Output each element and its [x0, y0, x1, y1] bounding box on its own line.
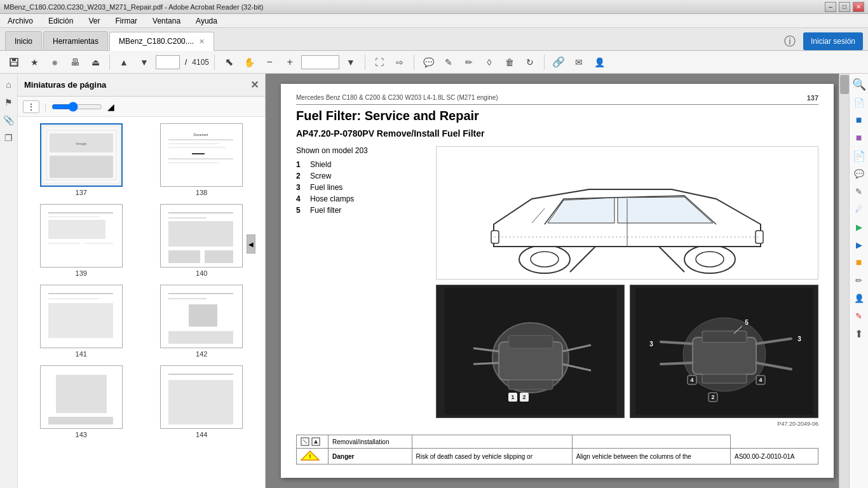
thumbnail-item-138[interactable]: Document 138 [160, 123, 243, 196]
tab-document[interactable]: MBenz_C180.C200.... ✕ [109, 32, 214, 51]
thumb-142[interactable] [160, 285, 243, 348]
thumb-size-slider[interactable] [51, 102, 102, 112]
panel-controls: ⋮ | ◢ [18, 97, 265, 117]
thumb-137[interactable]: Image [40, 123, 123, 187]
menu-firmar[interactable]: Firmar [112, 15, 140, 27]
paperclip-side-icon[interactable]: 📎 [2, 113, 16, 127]
stamp-tool[interactable]: ◊ [480, 53, 498, 71]
panel-collapse-button[interactable]: ◀ [247, 234, 255, 254]
tools-right-6[interactable]: ✎ [851, 183, 867, 200]
svg-text:5: 5 [745, 319, 749, 326]
panel-expand-btn[interactable]: ◢ [107, 102, 114, 112]
next-page-button[interactable]: ▼ [135, 53, 153, 71]
print-button[interactable]: 🖶 [66, 53, 84, 71]
tools-right-3[interactable]: ■ [851, 130, 867, 146]
save-button[interactable] [5, 53, 23, 71]
thumbnail-item-142[interactable]: 142 [160, 285, 243, 358]
send-email[interactable]: ✉ [570, 53, 588, 71]
prev-page-button[interactable]: ▲ [115, 53, 133, 71]
panel-close-button[interactable]: ✕ [250, 79, 259, 91]
undo-tool[interactable]: ↻ [521, 53, 539, 71]
zoom-out-btn[interactable]: − [261, 53, 278, 71]
tools-right-pencil[interactable]: ✎ [851, 308, 867, 324]
minimize-button[interactable]: – [825, 2, 836, 12]
svg-rect-12 [168, 147, 226, 148]
menu-ayuda[interactable]: Ayuda [193, 15, 220, 27]
delete-tool[interactable]: 🗑 [501, 53, 519, 71]
thumbnail-item-141[interactable]: 141 [40, 285, 123, 358]
menu-archivo[interactable]: Archivo [5, 15, 36, 27]
svg-text:3: 3 [649, 341, 653, 348]
bookmark-button[interactable]: ★ [25, 53, 43, 71]
tools-right-9[interactable]: ▶ [851, 236, 867, 253]
cursor-tool[interactable]: ⬉ [220, 53, 238, 71]
svg-rect-34 [168, 298, 207, 299]
zoom-input[interactable]: 96,3% [301, 55, 339, 69]
scrollbar-thumb[interactable] [840, 75, 849, 94]
tab-inicio[interactable]: Inicio [5, 31, 42, 50]
share-button[interactable]: ⎈ [46, 53, 64, 71]
tools-right-11[interactable]: ✏ [851, 272, 867, 288]
tab-close-icon[interactable]: ✕ [199, 37, 205, 46]
tools-right-1[interactable]: 📄 [851, 94, 867, 111]
close-button[interactable]: ✕ [853, 2, 864, 12]
thumb-138[interactable]: Document [160, 123, 243, 187]
car-diagram [436, 146, 818, 280]
part-item-3: 3 Fuel lines [296, 183, 423, 192]
photos-row: 1 2 [436, 285, 818, 418]
content-area[interactable]: Mercedes Benz C180 & C200 & C230 W203 L4… [266, 74, 849, 488]
svg-rect-42 [168, 380, 233, 424]
svg-rect-68 [702, 331, 747, 342]
signin-button[interactable]: Iniciar sesión [803, 32, 863, 50]
zoom-right-icon[interactable]: 🔍 [851, 76, 867, 93]
marquee-select[interactable]: ⇨ [391, 53, 409, 71]
account-icon[interactable]: 👤 [590, 53, 608, 71]
home-side-icon[interactable]: ⌂ [2, 78, 16, 92]
thumbnails-area[interactable]: Image 137 Document [18, 117, 265, 488]
thumb-label-142: 142 [196, 350, 207, 358]
svg-rect-36 [168, 331, 233, 344]
help-circle-icon[interactable]: ⓘ [784, 34, 796, 49]
layers-side-icon[interactable]: ❐ [2, 131, 16, 145]
highlight-tool[interactable]: ✎ [440, 53, 458, 71]
maximize-button[interactable]: □ [839, 2, 850, 12]
tools-right-10[interactable]: ■ [851, 254, 867, 271]
bookmark-side-icon[interactable]: ⚑ [2, 95, 16, 109]
tools-right-2[interactable]: ■ [851, 112, 867, 128]
tools-right-14[interactable]: ⬆ [851, 325, 867, 342]
thumb-143[interactable] [40, 365, 123, 429]
zoom-in-btn[interactable]: + [281, 53, 299, 71]
tools-right-7[interactable]: ☄ [851, 201, 867, 217]
tools-right-8[interactable]: ▶ [851, 219, 867, 235]
tools-right-5[interactable]: 💬 [851, 165, 867, 182]
thumb-144[interactable] [160, 365, 243, 429]
thumbnail-item-140[interactable]: 140 [160, 204, 243, 277]
draw-tool[interactable]: ✏ [460, 53, 478, 71]
menu-ventana[interactable]: Ventana [150, 15, 183, 27]
thumbnail-item-143[interactable]: 143 [40, 365, 123, 438]
page-number-input[interactable]: 137 [156, 55, 180, 69]
content-scrollbar[interactable] [839, 74, 849, 488]
thumbnail-item-137[interactable]: Image 137 [40, 123, 123, 196]
tab-herramientas[interactable]: Herramientas [43, 31, 108, 50]
menu-edicion[interactable]: Edición [46, 15, 76, 27]
zoom-dropdown[interactable]: ▼ [342, 53, 360, 71]
attach-link[interactable]: 🔗 [550, 53, 567, 71]
comment-tool[interactable]: 💬 [419, 53, 437, 71]
panel-grid-btn[interactable]: ⋮ [23, 100, 39, 113]
thumb-141[interactable] [40, 285, 123, 348]
page-total: 4105 [192, 58, 209, 67]
tools-right-4[interactable]: 📄 [851, 147, 867, 164]
parts-list: 1 Shield 2 Screw 3 Fuel lines 4 [296, 160, 423, 215]
panel-header: Miniaturas de página ✕ [18, 74, 265, 97]
thumbnail-item-144[interactable]: 144 [160, 365, 243, 438]
marquee-zoom[interactable]: ⛶ [370, 53, 388, 71]
pan-tool[interactable]: ✋ [240, 53, 258, 71]
zoom-out-toolbar[interactable]: ⏏ [86, 53, 104, 71]
thumb-139[interactable] [40, 204, 123, 268]
thumbnail-item-139[interactable]: 139 [40, 204, 123, 277]
document-sub-title: AP47.20-P-0780PV Remove/Install Fuel Fil… [296, 128, 818, 139]
menu-ver[interactable]: Ver [86, 15, 102, 27]
thumb-140[interactable] [160, 204, 243, 268]
tools-right-12[interactable]: 👤 [851, 290, 867, 306]
